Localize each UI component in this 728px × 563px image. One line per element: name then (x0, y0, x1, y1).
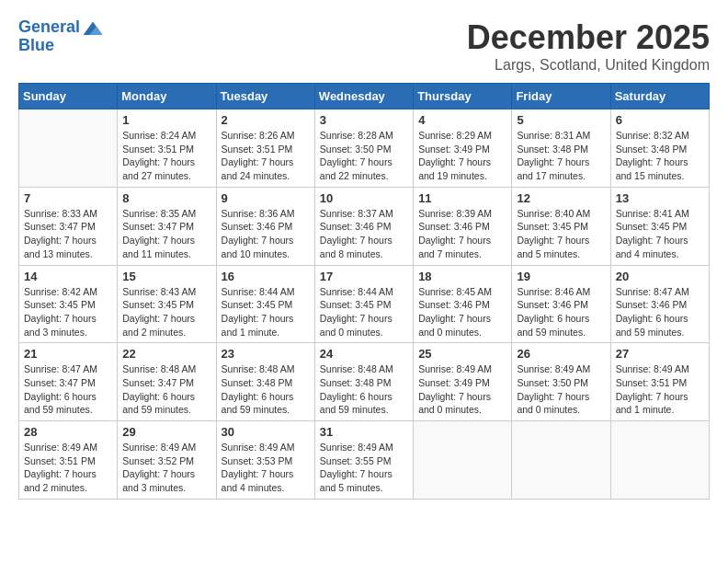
weekday-header-tuesday: Tuesday (216, 84, 314, 109)
calendar-cell: 1Sunrise: 8:24 AMSunset: 3:51 PMDaylight… (118, 109, 216, 188)
day-number: 7 (24, 191, 112, 205)
calendar-cell: 6Sunrise: 8:32 AMSunset: 3:48 PMDaylight… (610, 109, 709, 188)
day-number: 6 (616, 113, 704, 127)
location: Largs, Scotland, United Kingdom (467, 57, 710, 74)
day-number: 23 (222, 347, 310, 361)
day-number: 4 (418, 113, 506, 127)
calendar-cell: 18Sunrise: 8:45 AMSunset: 3:46 PMDayligh… (414, 265, 512, 343)
calendar-cell: 15Sunrise: 8:43 AMSunset: 3:45 PMDayligh… (118, 265, 216, 343)
day-number: 26 (517, 347, 605, 361)
day-number: 11 (418, 191, 506, 205)
calendar-cell: 29Sunrise: 8:49 AMSunset: 3:52 PMDayligh… (118, 421, 216, 500)
day-info: Sunrise: 8:36 AMSunset: 3:46 PMDaylight:… (222, 207, 310, 261)
day-number: 18 (418, 270, 506, 283)
calendar-cell (19, 109, 118, 188)
day-number: 29 (122, 425, 210, 439)
day-info: Sunrise: 8:40 AMSunset: 3:45 PMDaylight:… (517, 207, 605, 261)
calendar-cell: 12Sunrise: 8:40 AMSunset: 3:45 PMDayligh… (512, 187, 610, 265)
calendar-cell: 31Sunrise: 8:49 AMSunset: 3:55 PMDayligh… (314, 421, 413, 500)
day-number: 10 (320, 191, 408, 205)
day-number: 19 (517, 270, 605, 283)
calendar-cell: 26Sunrise: 8:49 AMSunset: 3:50 PMDayligh… (512, 343, 610, 421)
calendar-cell (610, 421, 709, 500)
day-number: 2 (222, 113, 310, 127)
day-info: Sunrise: 8:33 AMSunset: 3:47 PMDaylight:… (24, 207, 112, 261)
day-info: Sunrise: 8:37 AMSunset: 3:46 PMDaylight:… (320, 207, 408, 261)
title-area: December 2025 Largs, Scotland, United Ki… (467, 18, 710, 74)
day-number: 28 (24, 425, 112, 439)
calendar-cell: 30Sunrise: 8:49 AMSunset: 3:53 PMDayligh… (216, 421, 314, 500)
day-number: 16 (222, 270, 310, 283)
day-info: Sunrise: 8:48 AMSunset: 3:48 PMDaylight:… (222, 362, 310, 417)
calendar-table: SundayMondayTuesdayWednesdayThursdayFrid… (18, 83, 710, 500)
weekday-header-saturday: Saturday (610, 84, 709, 109)
weekday-header-thursday: Thursday (414, 84, 512, 109)
day-number: 14 (24, 270, 112, 283)
calendar-cell: 28Sunrise: 8:49 AMSunset: 3:51 PMDayligh… (19, 421, 118, 500)
calendar-cell: 7Sunrise: 8:33 AMSunset: 3:47 PMDaylight… (19, 187, 118, 265)
calendar-cell: 3Sunrise: 8:28 AMSunset: 3:50 PMDaylight… (314, 109, 413, 188)
day-info: Sunrise: 8:48 AMSunset: 3:48 PMDaylight:… (320, 362, 408, 417)
calendar-cell: 20Sunrise: 8:47 AMSunset: 3:46 PMDayligh… (610, 265, 709, 343)
day-number: 24 (320, 347, 408, 361)
day-info: Sunrise: 8:43 AMSunset: 3:45 PMDaylight:… (122, 285, 210, 339)
day-info: Sunrise: 8:49 AMSunset: 3:55 PMDaylight:… (320, 441, 408, 495)
calendar-cell (512, 421, 610, 500)
day-info: Sunrise: 8:29 AMSunset: 3:49 PMDaylight:… (418, 129, 506, 183)
logo-text-general: General (18, 18, 80, 37)
calendar-cell: 11Sunrise: 8:39 AMSunset: 3:46 PMDayligh… (414, 187, 512, 265)
calendar-cell: 2Sunrise: 8:26 AMSunset: 3:51 PMDaylight… (216, 109, 314, 188)
day-info: Sunrise: 8:49 AMSunset: 3:49 PMDaylight:… (418, 362, 506, 417)
day-info: Sunrise: 8:49 AMSunset: 3:53 PMDaylight:… (222, 441, 310, 495)
day-info: Sunrise: 8:35 AMSunset: 3:47 PMDaylight:… (122, 207, 210, 261)
day-info: Sunrise: 8:28 AMSunset: 3:50 PMDaylight:… (320, 129, 408, 183)
day-info: Sunrise: 8:24 AMSunset: 3:51 PMDaylight:… (122, 129, 210, 183)
day-number: 25 (418, 347, 506, 361)
day-number: 27 (616, 347, 704, 361)
day-number: 22 (122, 347, 210, 361)
day-info: Sunrise: 8:32 AMSunset: 3:48 PMDaylight:… (616, 129, 704, 183)
calendar-cell: 4Sunrise: 8:29 AMSunset: 3:49 PMDaylight… (414, 109, 512, 188)
calendar-cell: 22Sunrise: 8:48 AMSunset: 3:47 PMDayligh… (118, 343, 216, 421)
calendar-cell: 16Sunrise: 8:44 AMSunset: 3:45 PMDayligh… (216, 265, 314, 343)
calendar-cell (414, 421, 512, 500)
calendar-week-row: 28Sunrise: 8:49 AMSunset: 3:51 PMDayligh… (19, 421, 710, 500)
logo: General Blue (18, 18, 104, 55)
day-info: Sunrise: 8:44 AMSunset: 3:45 PMDaylight:… (222, 285, 310, 339)
day-number: 12 (517, 191, 605, 205)
day-number: 8 (122, 191, 210, 205)
page-header: General Blue December 2025 Largs, Scotla… (18, 18, 710, 74)
day-number: 17 (320, 270, 408, 283)
day-info: Sunrise: 8:44 AMSunset: 3:45 PMDaylight:… (320, 285, 408, 339)
day-number: 9 (222, 191, 310, 205)
calendar-cell: 19Sunrise: 8:46 AMSunset: 3:46 PMDayligh… (512, 265, 610, 343)
day-number: 3 (320, 113, 408, 127)
day-info: Sunrise: 8:47 AMSunset: 3:47 PMDaylight:… (24, 362, 112, 417)
day-number: 20 (616, 270, 704, 283)
day-info: Sunrise: 8:47 AMSunset: 3:46 PMDaylight:… (616, 285, 704, 339)
day-number: 30 (222, 425, 310, 439)
day-info: Sunrise: 8:46 AMSunset: 3:46 PMDaylight:… (517, 285, 605, 339)
month-title: December 2025 (467, 18, 710, 57)
day-info: Sunrise: 8:42 AMSunset: 3:45 PMDaylight:… (24, 285, 112, 339)
day-number: 21 (24, 347, 112, 361)
calendar-cell: 27Sunrise: 8:49 AMSunset: 3:51 PMDayligh… (610, 343, 709, 421)
day-info: Sunrise: 8:45 AMSunset: 3:46 PMDaylight:… (418, 285, 506, 339)
day-info: Sunrise: 8:26 AMSunset: 3:51 PMDaylight:… (222, 129, 310, 183)
day-info: Sunrise: 8:41 AMSunset: 3:45 PMDaylight:… (616, 207, 704, 261)
day-info: Sunrise: 8:31 AMSunset: 3:48 PMDaylight:… (517, 129, 605, 183)
calendar-cell: 8Sunrise: 8:35 AMSunset: 3:47 PMDaylight… (118, 187, 216, 265)
calendar-cell: 21Sunrise: 8:47 AMSunset: 3:47 PMDayligh… (19, 343, 118, 421)
weekday-header-wednesday: Wednesday (314, 84, 413, 109)
day-number: 15 (122, 270, 210, 283)
weekday-header-monday: Monday (118, 84, 216, 109)
calendar-week-row: 1Sunrise: 8:24 AMSunset: 3:51 PMDaylight… (19, 109, 710, 188)
day-number: 13 (616, 191, 704, 205)
calendar-cell: 9Sunrise: 8:36 AMSunset: 3:46 PMDaylight… (216, 187, 314, 265)
calendar-cell: 5Sunrise: 8:31 AMSunset: 3:48 PMDaylight… (512, 109, 610, 188)
weekday-header-row: SundayMondayTuesdayWednesdayThursdayFrid… (19, 84, 710, 109)
calendar-cell: 17Sunrise: 8:44 AMSunset: 3:45 PMDayligh… (314, 265, 413, 343)
calendar-cell: 10Sunrise: 8:37 AMSunset: 3:46 PMDayligh… (314, 187, 413, 265)
day-info: Sunrise: 8:48 AMSunset: 3:47 PMDaylight:… (122, 362, 210, 417)
day-info: Sunrise: 8:49 AMSunset: 3:50 PMDaylight:… (517, 362, 605, 417)
